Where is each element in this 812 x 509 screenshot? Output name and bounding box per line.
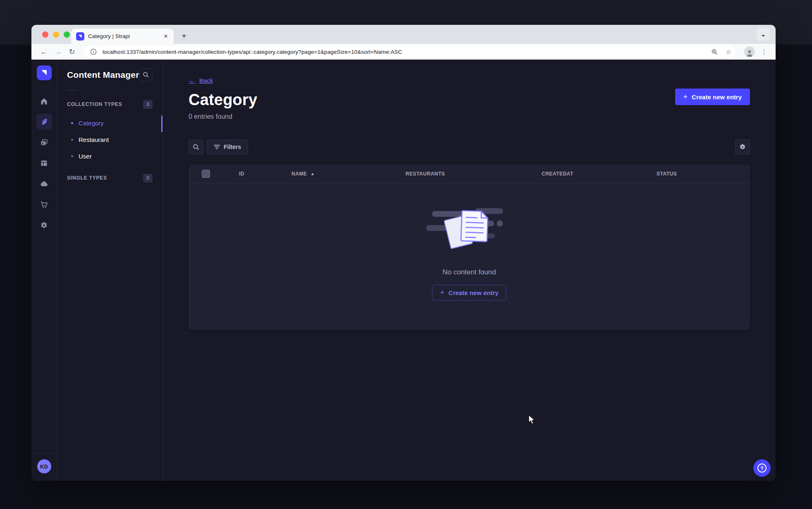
collection-types-section: COLLECTION TYPES 3 xyxy=(57,99,162,110)
table-header-row: ID NAME ▲ RESTAURANTS CREATEDAT STATUS xyxy=(189,164,750,184)
single-types-label: SINGLE TYPES xyxy=(67,175,107,181)
view-settings-button[interactable] xyxy=(735,139,750,154)
empty-state-message: No content found xyxy=(189,268,750,276)
back-label: Back xyxy=(199,77,213,84)
select-all-checkbox[interactable] xyxy=(202,170,210,178)
tab-title: Category | Strapi xyxy=(88,33,159,39)
panel-search-button[interactable] xyxy=(139,68,153,82)
plus-icon: + xyxy=(440,289,444,296)
empty-state-create-label: Create new entry xyxy=(449,289,499,296)
column-header-id[interactable]: ID xyxy=(239,171,291,177)
bullet-icon xyxy=(71,122,73,124)
sort-asc-icon: ▲ xyxy=(310,172,314,176)
bullet-icon xyxy=(71,139,73,141)
zoom-window-button[interactable] xyxy=(64,31,70,38)
url-bar[interactable]: localhost:1337/admin/content-manager/col… xyxy=(84,46,736,58)
tab-search-chevron-icon[interactable]: ⌄ xyxy=(757,28,770,41)
bookmark-star-icon[interactable]: ☆ xyxy=(724,48,733,56)
browser-window: Category | Strapi × + ⌄ ← → ↻ localhost:… xyxy=(31,25,776,481)
page-title: Category xyxy=(189,91,750,109)
nav-cloud-icon[interactable] xyxy=(36,176,52,192)
collection-types-label: COLLECTION TYPES xyxy=(67,101,122,107)
nav-bottom-divider xyxy=(31,453,57,454)
nav-media-library-icon[interactable] xyxy=(36,134,52,150)
nav-divider xyxy=(39,86,50,87)
empty-state: No content found + Create new entry xyxy=(189,184,750,300)
main-content: ← Back Category 0 entries found + Create… xyxy=(163,60,776,481)
search-button[interactable] xyxy=(189,139,203,154)
browser-tab[interactable]: Category | Strapi × xyxy=(71,29,174,44)
panel-divider xyxy=(67,90,77,91)
sidebar-item-label: Category xyxy=(79,120,104,127)
back-arrow-icon: ← xyxy=(189,77,196,84)
create-new-entry-button[interactable]: + Create new entry xyxy=(675,89,750,105)
help-icon: ? xyxy=(757,463,767,473)
content-manager-panel: Content Manager COLLECTION TYPES 3 Categ… xyxy=(57,60,163,481)
filters-button[interactable]: Filters xyxy=(207,139,248,154)
nav-home-icon[interactable] xyxy=(36,93,52,109)
url-text: localhost:1337/admin/content-manager/col… xyxy=(103,49,705,55)
site-info-icon[interactable] xyxy=(88,48,98,55)
nav-content-type-builder-icon[interactable] xyxy=(36,155,52,171)
column-header-restaurants[interactable]: RESTAURANTS xyxy=(406,171,542,177)
user-avatar[interactable]: KD xyxy=(37,459,51,473)
empty-state-create-button[interactable]: + Create new entry xyxy=(432,285,506,300)
sidebar-item-category[interactable]: Category xyxy=(57,115,162,131)
plus-icon: + xyxy=(683,93,688,101)
strapi-favicon xyxy=(76,32,84,41)
browser-back-icon[interactable]: ← xyxy=(38,48,50,56)
collection-types-count-badge: 3 xyxy=(143,100,153,109)
column-header-name[interactable]: NAME ▲ xyxy=(291,171,406,177)
sidebar-item-label: User xyxy=(79,153,92,160)
browser-tab-strip: Category | Strapi × + ⌄ xyxy=(31,25,776,44)
active-item-indicator xyxy=(161,115,162,132)
main-navigation: KD xyxy=(31,60,57,481)
back-link[interactable]: ← Back xyxy=(189,77,213,84)
nav-marketplace-icon[interactable] xyxy=(36,197,52,212)
browser-profile-icon[interactable] xyxy=(744,46,755,57)
filter-icon xyxy=(214,144,220,149)
sidebar-item-user[interactable]: User xyxy=(57,148,162,164)
zoom-page-icon[interactable] xyxy=(709,48,719,55)
sidebar-item-label: Restaurant xyxy=(79,136,109,143)
sidebar-item-restaurant[interactable]: Restaurant xyxy=(57,131,162,148)
entries-table: ID NAME ▲ RESTAURANTS CREATEDAT STATUS xyxy=(189,164,750,330)
nav-settings-icon[interactable] xyxy=(36,217,52,233)
traffic-lights xyxy=(42,25,70,44)
strapi-logo[interactable] xyxy=(37,65,52,80)
browser-toolbar: ← → ↻ localhost:1337/admin/content-manag… xyxy=(31,44,776,60)
list-toolbar: Filters xyxy=(189,139,750,154)
entries-count: 0 entries found xyxy=(189,113,750,120)
help-button[interactable]: ? xyxy=(753,459,771,477)
single-types-count-badge: 0 xyxy=(143,174,153,182)
column-header-status[interactable]: STATUS xyxy=(657,171,750,177)
minimize-window-button[interactable] xyxy=(53,31,59,38)
column-header-name-label: NAME xyxy=(291,171,307,177)
create-new-entry-label: Create new entry xyxy=(692,94,742,101)
panel-title: Content Manager xyxy=(67,70,139,80)
strapi-app: KD Content Manager COLLECTION TYPES 3 Ca… xyxy=(31,60,776,481)
close-window-button[interactable] xyxy=(42,31,48,38)
no-content-illustration xyxy=(425,200,514,254)
tab-close-icon[interactable]: × xyxy=(163,32,169,41)
browser-menu-icon[interactable]: ⋮ xyxy=(759,48,769,56)
browser-forward-icon[interactable]: → xyxy=(52,48,64,56)
browser-reload-icon[interactable]: ↻ xyxy=(66,47,78,56)
column-header-createdat[interactable]: CREATEDAT xyxy=(542,171,657,177)
single-types-section: SINGLE TYPES 0 xyxy=(57,173,162,183)
bullet-icon xyxy=(71,155,73,157)
filters-label: Filters xyxy=(224,144,241,150)
nav-content-manager-icon[interactable] xyxy=(36,114,52,130)
new-tab-button[interactable]: + xyxy=(178,30,190,42)
